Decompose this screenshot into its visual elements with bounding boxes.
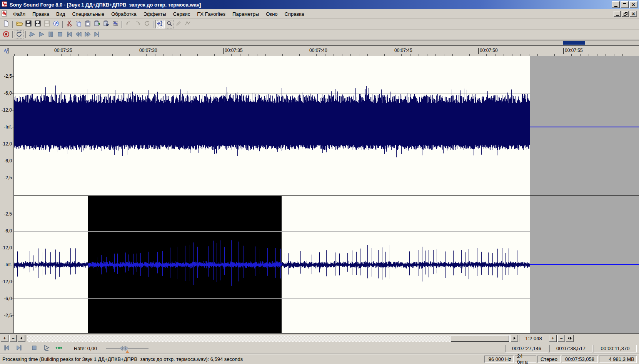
new-file-button[interactable] xyxy=(2,20,11,28)
publish-button[interactable]: P xyxy=(52,20,61,28)
scrollbar-thumb[interactable] xyxy=(451,335,509,342)
ruler-label: 00:07:55 xyxy=(563,48,583,54)
pencil-tool-button[interactable] xyxy=(174,20,183,28)
minimize-button[interactable] xyxy=(612,1,620,8)
menu-help[interactable]: Справка xyxy=(281,10,308,18)
channel1-waveform[interactable] xyxy=(14,57,530,195)
go-to-start-icon xyxy=(4,345,10,352)
playbar-go-to-start-button[interactable] xyxy=(2,345,11,352)
scrub-control-icon xyxy=(55,346,62,351)
edit-tool-indicator-icon xyxy=(4,47,11,55)
trim-icon xyxy=(112,20,118,28)
forward-button[interactable] xyxy=(83,30,92,39)
scroll-right-button[interactable] xyxy=(511,335,518,342)
repeat-button[interactable] xyxy=(142,20,152,28)
undo-button[interactable] xyxy=(124,20,133,28)
right-arrow-icon xyxy=(513,337,516,340)
playbar-play-normal-button[interactable] xyxy=(42,345,51,352)
save-as-button[interactable]: ? xyxy=(33,20,42,28)
paste-button[interactable] xyxy=(83,20,92,28)
redo-button[interactable] xyxy=(133,20,142,28)
doc-minimize-button[interactable] xyxy=(614,11,621,17)
menu-view[interactable]: Вид xyxy=(53,10,69,18)
save-all-button[interactable] xyxy=(42,20,52,28)
menu-edit[interactable]: Правка xyxy=(29,10,53,18)
zoom-in-button[interactable]: + xyxy=(549,335,557,342)
play-button[interactable] xyxy=(37,30,46,39)
menu-file[interactable]: Файл xyxy=(10,10,29,18)
menu-process[interactable]: Обработка xyxy=(108,10,140,18)
bit-depth-field: 24 бита xyxy=(515,356,536,363)
play-all-icon xyxy=(28,31,36,38)
cut-button[interactable] xyxy=(65,20,74,28)
menu-tools[interactable]: Сервис xyxy=(170,10,194,18)
db-label: -12,0 xyxy=(0,108,12,113)
paste-to-new-button[interactable] xyxy=(102,20,111,28)
db-label: -6,0 xyxy=(0,159,12,164)
overview-bar[interactable] xyxy=(0,40,639,46)
paste-to-new-icon xyxy=(103,20,109,28)
stop-icon xyxy=(57,31,63,38)
rewind-button[interactable] xyxy=(74,30,83,39)
playbar-go-to-end-button[interactable] xyxy=(15,345,23,352)
file-property-fields: 96 000 Hz 24 бита Стерео 00:07:53,058 4 … xyxy=(484,356,637,363)
channel2-scale: -2,5 -6,0 -12,0 -Inf. -12,0 -6,0 -2,5 xyxy=(0,196,14,333)
app-icon xyxy=(2,1,7,8)
status-message: Processing time (Building peaks for Звук… xyxy=(2,356,243,362)
transport-toolbar xyxy=(0,30,639,40)
rewind-icon xyxy=(75,31,82,38)
zoom-out-time-button[interactable]: − xyxy=(9,335,17,342)
menu-effects[interactable]: Эффекты xyxy=(140,10,170,18)
loop-playback-button[interactable] xyxy=(15,30,24,39)
db-scale-gutter: -2,5 -6,0 -12,0 -Inf. -12,0 -6,0 -2,5 -2… xyxy=(0,56,14,333)
time-ruler[interactable]: 00:07:25 00:07:30 00:07:35 00:07:40 00:0… xyxy=(0,46,639,56)
overview-position-block[interactable] xyxy=(563,41,585,45)
selection-end-field: 00:07:38,517 xyxy=(549,345,592,352)
go-to-start-button[interactable] xyxy=(65,30,74,39)
envelope-tool-button[interactable] xyxy=(183,20,192,28)
doc-close-button[interactable]: × xyxy=(630,11,637,17)
menu-window[interactable]: Окно xyxy=(262,10,281,18)
magnify-tool-button[interactable] xyxy=(165,20,174,28)
doc-restore-button[interactable] xyxy=(622,11,629,17)
play-icon xyxy=(38,31,45,38)
zoom-ratio-display[interactable]: 1:2 048 xyxy=(519,335,548,342)
open-file-button[interactable] xyxy=(15,20,24,28)
rate-slider[interactable] xyxy=(106,345,148,352)
maximize-button[interactable] xyxy=(621,1,629,8)
zoom-out-button[interactable]: − xyxy=(557,335,565,342)
channel2-center-line xyxy=(530,264,639,265)
menu-fx-favorites[interactable]: FX Favorites xyxy=(194,10,229,18)
toolbar-separator xyxy=(12,21,13,28)
trim-button[interactable] xyxy=(111,20,120,28)
scroll-left-button[interactable] xyxy=(18,335,25,342)
edit-tool-button[interactable] xyxy=(155,20,165,28)
redo-icon xyxy=(135,20,141,28)
rate-label: Rate: 0,00 xyxy=(74,346,97,351)
db-label: -6,0 xyxy=(0,296,12,301)
copy-button[interactable] xyxy=(74,20,83,28)
close-button[interactable]: × xyxy=(629,1,637,8)
zoom-in-time-button[interactable]: + xyxy=(1,335,8,342)
db-label: -12,0 xyxy=(0,142,12,147)
menu-options[interactable]: Параметры xyxy=(229,10,262,18)
horizontal-scrollbar[interactable] xyxy=(27,335,510,342)
play-all-button[interactable] xyxy=(28,30,37,39)
channel1-center-line xyxy=(530,127,639,127)
playbar-stop-button[interactable] xyxy=(30,345,38,352)
rate-center-marker[interactable] xyxy=(125,350,129,353)
pause-button[interactable] xyxy=(46,30,55,39)
go-to-end-button[interactable] xyxy=(92,30,102,39)
save-as-icon: ? xyxy=(35,20,41,28)
menu-special[interactable]: Специальные xyxy=(68,10,108,18)
record-button[interactable] xyxy=(2,30,11,39)
save-button[interactable] xyxy=(24,20,33,28)
paste-special-button[interactable] xyxy=(92,20,102,28)
zoom-window-button[interactable] xyxy=(566,335,574,342)
selection-time-fields: 00:07:27,146 00:07:38,517 00:00:11,370 xyxy=(505,345,637,352)
scrub-control[interactable] xyxy=(55,345,63,352)
stop-button[interactable] xyxy=(55,30,65,39)
pause-icon xyxy=(48,31,54,38)
ruler-label: 00:07:45 xyxy=(393,48,412,54)
channel2-waveform[interactable] xyxy=(14,196,530,333)
